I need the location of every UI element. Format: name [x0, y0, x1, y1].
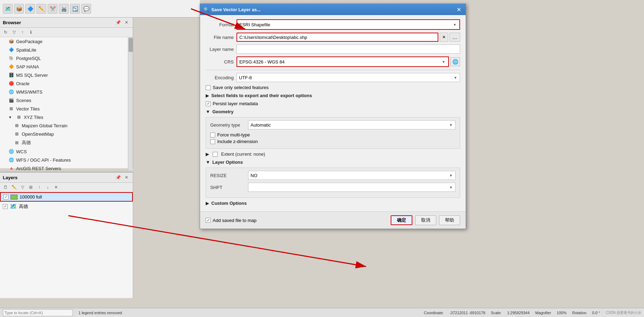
browser-title: Browser — [3, 20, 21, 25]
custom-options-header[interactable]: ▶ Custom Options — [206, 199, 460, 207]
dialog-close-button[interactable]: ✕ — [455, 6, 462, 13]
browser-refresh-btn[interactable]: ↻ — [2, 29, 9, 36]
browser-close-btn[interactable]: ✕ — [123, 19, 130, 26]
save-selected-checkbox[interactable] — [206, 85, 211, 90]
browser-panel-header: Browser 📌 ✕ — [0, 18, 133, 28]
layer-item-100000full[interactable]: 100000 full — [0, 192, 133, 202]
browser-filter-btn[interactable]: ▽ — [11, 29, 18, 36]
resize-select[interactable]: NO — [248, 171, 455, 180]
browser-item-geopackage[interactable]: 📦 GeoPackage — [0, 37, 133, 46]
filename-browse-button[interactable]: … — [450, 33, 460, 42]
browser-item-mssql[interactable]: 🗄️ MS SQL Server — [0, 71, 133, 79]
toolbar-undo[interactable]: ↩️ — [70, 4, 80, 14]
crs-globe-button[interactable]: 🌐 — [450, 57, 460, 66]
filename-clear-button[interactable]: ✕ — [440, 33, 448, 42]
crs-select[interactable]: EPSG:4326 - WGS 84 — [237, 57, 448, 66]
encoding-select[interactable]: UTF-8 — [237, 73, 460, 82]
scenes-icon: 🎬 — [8, 97, 14, 103]
geometry-type-select-wrapper: Automatic Point Line Polygon — [248, 120, 455, 129]
toolbar-annotate[interactable]: 💬 — [81, 4, 91, 14]
browser-info-btn[interactable]: ℹ — [27, 29, 34, 36]
filename-input-group: ✕ … — [237, 33, 460, 42]
select-fields-label: Select fields to export and their export… — [211, 93, 312, 98]
shpt-row: SHPT — [210, 183, 455, 192]
custom-options-arrow: ▶ — [206, 201, 209, 206]
layer-remove-btn[interactable]: ✕ — [53, 184, 60, 191]
browser-item-label: SAP HANA — [16, 64, 39, 69]
toolbar-add-layer[interactable]: 🗺️ — [3, 4, 13, 14]
layername-input[interactable] — [237, 45, 460, 54]
layers-pin-btn[interactable]: 📌 — [115, 174, 122, 181]
format-select[interactable]: ESRI Shapefile GeoPackage GeoJSON KML CS… — [237, 20, 459, 29]
extent-section-header[interactable]: ▶ Extent (current: none) — [206, 150, 460, 158]
locate-input[interactable] — [3, 309, 73, 316]
browser-item-oracle[interactable]: 🔴 Oracle — [0, 79, 133, 88]
select-fields-section[interactable]: ▶ Select fields to export and their expo… — [206, 92, 460, 100]
geometry-type-row: Geometry type Automatic Point Line Polyg… — [210, 120, 455, 129]
layer-toggle-all-btn[interactable]: ⊞ — [27, 184, 34, 191]
include-z-checkbox[interactable] — [210, 139, 215, 144]
extent-checkbox[interactable] — [213, 152, 218, 157]
toolbar-digitize[interactable]: 🔷 — [25, 4, 35, 14]
toolbar-print[interactable]: 🖨️ — [59, 4, 69, 14]
browser-item-wmswmts[interactable]: 🌐 WMS/WMTS — [0, 88, 133, 96]
browser-item-scenes[interactable]: 🎬 Scenes — [0, 96, 133, 104]
add-to-map-checkbox[interactable] — [206, 218, 211, 223]
footer-left: Add saved file to map — [206, 218, 388, 223]
layer-options-section-header[interactable]: ▼ Layer Options — [206, 158, 460, 166]
shpt-select[interactable] — [248, 183, 455, 192]
browser-scrollbar[interactable] — [128, 37, 133, 170]
ok-button[interactable]: 确定 — [391, 215, 412, 225]
browser-panel: Browser 📌 ✕ ↻ ▽ ↑ ℹ 📦 GeoPackage 🔷 Spati… — [0, 18, 133, 168]
layer-toggle-edit-btn[interactable]: ✏️ — [11, 184, 18, 191]
cancel-button[interactable]: 取消 — [415, 215, 436, 225]
filename-input[interactable] — [237, 33, 438, 42]
custom-options-label: Custom Options — [211, 201, 247, 206]
layers-close-btn[interactable]: ✕ — [123, 174, 130, 181]
xyz-expand-arrow: ▼ — [8, 115, 12, 119]
layername-label: Layer name — [206, 47, 234, 52]
toolbar-open-project[interactable]: 📦 — [14, 4, 24, 14]
browser-item-gaode[interactable]: ⊞ 高德 — [0, 138, 133, 147]
layer-item-gaode[interactable]: 🗺️ 高德 — [0, 202, 133, 211]
layers-panel: Layers 📌 ✕ 🗒 ✏️ ▽ ⊞ ↑ ↓ ✕ 100000 full 🗺️… — [0, 172, 133, 298]
force-multi-checkbox[interactable] — [210, 133, 215, 137]
browser-item-wcs[interactable]: 🌐 WCS — [0, 147, 133, 156]
layer-options-content: RESIZE NO SHPT — [206, 168, 460, 198]
layer-name-gaode: 高德 — [19, 203, 28, 210]
dialog-titlebar[interactable]: 🔍 Save Vector Layer as... ✕ — [200, 4, 466, 15]
layer-move-up-btn[interactable]: ↑ — [36, 184, 43, 191]
browser-item-wfs[interactable]: 🌐 WFS / OGC API - Features — [0, 156, 133, 164]
postgresql-icon: 🐘 — [8, 55, 14, 61]
dialog-title-group: 🔍 Save Vector Layer as... — [204, 7, 261, 12]
layer-move-down-btn[interactable]: ↓ — [44, 184, 51, 191]
layer-checkbox-100000full[interactable] — [4, 195, 8, 200]
layer-checkbox-gaode[interactable] — [3, 204, 8, 209]
wfs-icon: 🌐 — [8, 157, 14, 163]
layers-panel-header-icons: 📌 ✕ — [115, 174, 130, 181]
spatialite-icon: 🔷 — [8, 47, 14, 53]
toolbar-cut[interactable]: ✂️ — [48, 4, 57, 14]
persist-metadata-checkbox[interactable] — [206, 101, 211, 106]
wcs-icon: 🌐 — [8, 149, 14, 154]
layer-open-attr-btn[interactable]: 🗒 — [2, 184, 9, 191]
browser-up-btn[interactable]: ↑ — [19, 29, 26, 36]
help-button[interactable]: 帮助 — [439, 215, 460, 225]
browser-item-spatialite[interactable]: 🔷 SpatiaLite — [0, 46, 133, 54]
toolbar-edit[interactable]: ✏️ — [36, 4, 46, 14]
geometry-section-header[interactable]: ▼ Geometry — [206, 108, 460, 116]
browser-item-osm[interactable]: ⊞ OpenStreetMap — [0, 130, 133, 138]
geometry-type-select[interactable]: Automatic Point Line Polygon — [248, 120, 455, 129]
force-multi-row: Force multi-type — [210, 132, 455, 137]
layer-icon-gaode: 🗺️ — [10, 203, 17, 210]
browser-pin-btn[interactable]: 📌 — [115, 19, 122, 26]
browser-item-arcgis[interactable]: 🔺 ArcGIS REST Servers — [0, 164, 133, 170]
browser-item-saphana[interactable]: 🔶 SAP HANA — [0, 62, 133, 71]
vectortiles-icon: ⊞ — [8, 106, 14, 112]
layer-filter-btn[interactable]: ▽ — [19, 184, 26, 191]
browser-item-vectortiles[interactable]: ⊞ Vector Tiles — [0, 104, 133, 113]
browser-item-mapzen[interactable]: ⊞ Mapzen Global Terrain — [0, 121, 133, 130]
browser-item-postgresql[interactable]: 🐘 PostgreSQL — [0, 54, 133, 62]
scale-value: 1:295829344 — [507, 311, 529, 315]
browser-item-xyztiles[interactable]: ▼ ⊞ XYZ Tiles — [0, 113, 133, 121]
